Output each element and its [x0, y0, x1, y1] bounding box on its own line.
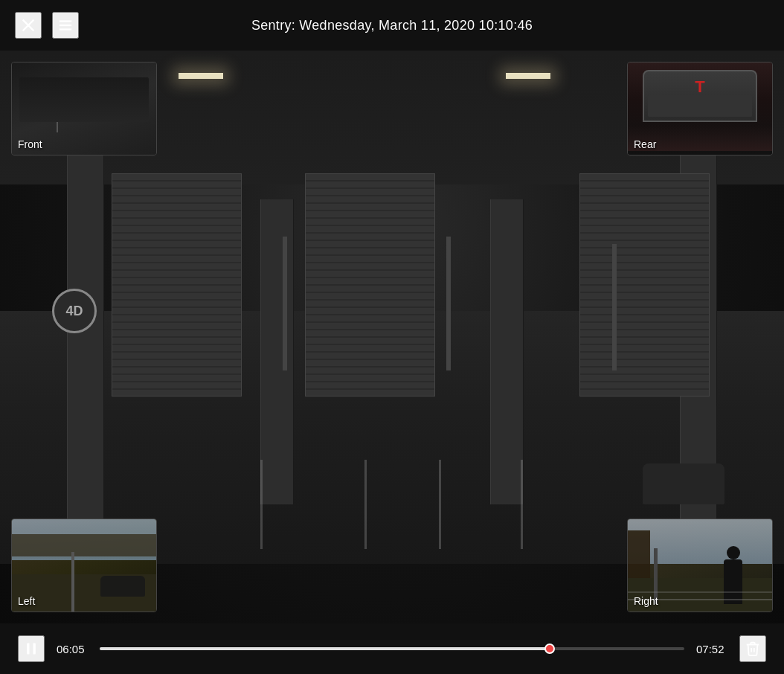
car-silhouette	[643, 463, 724, 504]
camera-front-label: Front	[18, 138, 42, 150]
person-silhouette	[724, 559, 742, 604]
trash-icon	[745, 641, 761, 657]
ceiling-light-1	[179, 73, 223, 79]
garage-door-2	[305, 173, 435, 397]
overhang	[12, 534, 156, 556]
parking-line-3	[439, 460, 441, 549]
bollard-2	[446, 237, 451, 370]
camera-right-thumbnail[interactable]: Right	[627, 519, 773, 612]
delete-button[interactable]	[739, 635, 766, 662]
close-icon	[20, 17, 36, 33]
garage-door-3	[579, 173, 710, 397]
parking-line-1	[260, 460, 263, 549]
garage-door-1	[112, 173, 242, 397]
progress-bar[interactable]	[100, 647, 684, 650]
parking-line-2	[364, 460, 367, 549]
menu-button[interactable]	[52, 12, 79, 39]
main-video-area: 4D Front T	[0, 51, 784, 623]
pole-left	[71, 552, 74, 612]
ceiling-light-2	[506, 73, 550, 79]
camera-rear-label: Rear	[634, 138, 656, 150]
controls-bar: 06:05 07:52	[0, 623, 784, 674]
bollard-3	[612, 244, 617, 370]
camera-left-thumbnail[interactable]: Left	[11, 519, 157, 612]
progress-fill	[100, 647, 550, 650]
pillar-left	[67, 140, 104, 527]
person-head	[727, 546, 740, 559]
top-bar: Sentry: Wednesday, March 11, 2020 10:10:…	[0, 0, 784, 51]
progress-handle[interactable]	[544, 643, 555, 654]
car-left	[100, 576, 145, 597]
garage-ceiling-front	[19, 77, 149, 122]
close-button[interactable]	[15, 12, 42, 39]
camera-front-thumbnail[interactable]: Front	[11, 62, 157, 155]
rear-windshield: T	[643, 70, 757, 122]
menu-icon	[57, 17, 74, 33]
time-total: 07:52	[696, 643, 727, 655]
pause-icon	[24, 641, 39, 656]
camera-right-label: Right	[634, 595, 658, 607]
play-pause-button[interactable]	[18, 635, 45, 662]
video-title: Sentry: Wednesday, March 11, 2020 10:10:…	[251, 18, 533, 33]
ground-line2	[628, 591, 772, 593]
pillar-center-left	[260, 199, 294, 504]
time-current: 06:05	[57, 643, 88, 655]
rear-dash	[648, 94, 752, 117]
svg-rect-5	[27, 643, 29, 655]
garage-sign: 4D	[52, 289, 97, 333]
camera-left-label: Left	[18, 595, 35, 607]
parking-line-4	[521, 460, 523, 549]
bollard-1	[283, 237, 287, 370]
pillar-center-right	[490, 199, 524, 504]
camera-rear-thumbnail[interactable]: T Rear	[627, 62, 773, 155]
svg-rect-6	[33, 643, 36, 655]
